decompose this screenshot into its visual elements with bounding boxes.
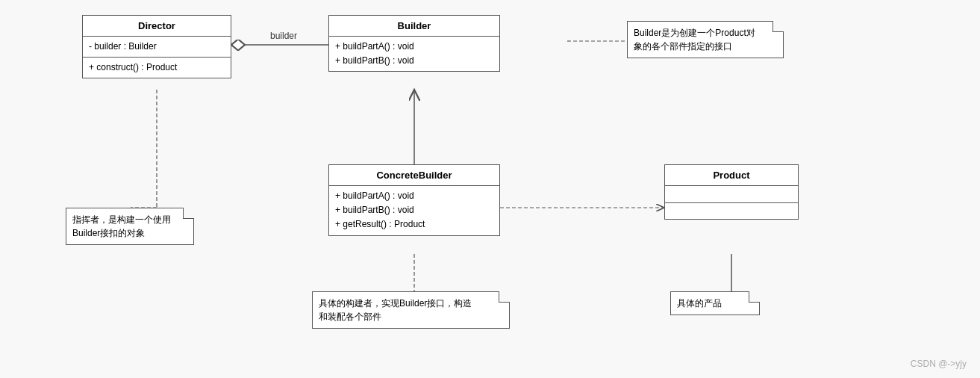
director-attr-1: - builder : Builder bbox=[89, 40, 225, 54]
concrete-builder-method-3: + getResult() : Product bbox=[335, 217, 493, 232]
product-class-body-1 bbox=[665, 186, 798, 202]
builder-method-2: + buildPartB() : void bbox=[335, 54, 493, 68]
product-note: 具体的产品 bbox=[670, 291, 760, 315]
concrete-builder-method-1: + buildPartA() : void bbox=[335, 189, 493, 203]
concrete-builder-method-2: + buildPartB() : void bbox=[335, 203, 493, 217]
director-class: Director - builder : Builder + construct… bbox=[82, 15, 231, 78]
builder-class: Builder + buildPartA() : void + buildPar… bbox=[328, 15, 500, 72]
builder-class-name: Builder bbox=[329, 16, 499, 37]
product-class-body-2 bbox=[665, 202, 798, 219]
product-class: Product bbox=[664, 164, 799, 220]
builder-class-methods: + buildPartA() : void + buildPartB() : v… bbox=[329, 37, 499, 71]
watermark: CSDN @->yjy bbox=[911, 359, 967, 369]
director-note-text: 指挥者，是构建一个使用Builder接扣的对象 bbox=[72, 214, 171, 238]
director-class-methods: + construct() : Product bbox=[83, 57, 231, 78]
product-note-text: 具体的产品 bbox=[677, 298, 722, 309]
director-note: 指挥者，是构建一个使用Builder接扣的对象 bbox=[66, 208, 194, 245]
director-class-attributes: - builder : Builder bbox=[83, 37, 231, 57]
director-class-name: Director bbox=[83, 16, 231, 37]
builder-note-text: Builder是为创建一个Product对象的各个部件指定的接口 bbox=[634, 28, 755, 52]
svg-text:builder: builder bbox=[270, 31, 297, 41]
concrete-builder-class-methods: + buildPartA() : void + buildPartB() : v… bbox=[329, 186, 499, 235]
product-class-name: Product bbox=[665, 165, 798, 186]
builder-note: Builder是为创建一个Product对象的各个部件指定的接口 bbox=[627, 21, 784, 58]
concrete-builder-class: ConcreteBuilder + buildPartA() : void + … bbox=[328, 164, 500, 236]
director-method-1: + construct() : Product bbox=[89, 61, 225, 75]
diagram-container: Director - builder : Builder + construct… bbox=[0, 0, 980, 378]
concrete-builder-note-text: 具体的构建者，实现Builder接口，构造和装配各个部件 bbox=[319, 298, 472, 322]
concrete-builder-note: 具体的构建者，实现Builder接口，构造和装配各个部件 bbox=[312, 291, 510, 329]
builder-method-1: + buildPartA() : void bbox=[335, 40, 493, 54]
concrete-builder-class-name: ConcreteBuilder bbox=[329, 165, 499, 186]
